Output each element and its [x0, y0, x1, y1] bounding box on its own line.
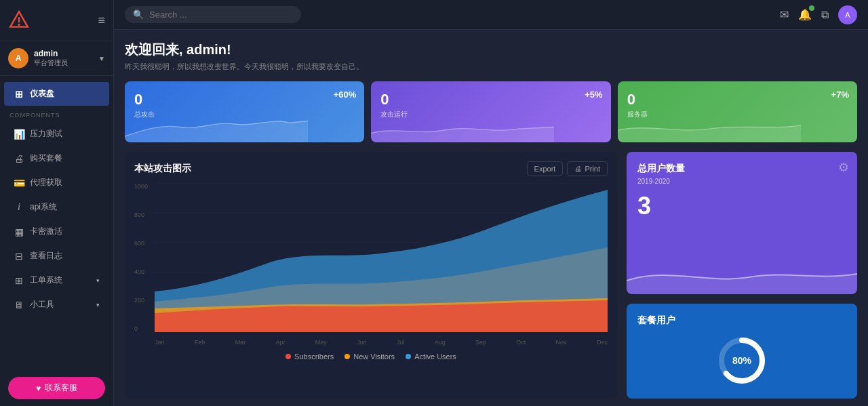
sidebar-item-label: 查看日志: [30, 250, 62, 262]
sidebar-item-proxy[interactable]: 💳 代理获取: [4, 171, 109, 195]
card-icon: ▦: [14, 226, 24, 237]
notification-badge: [809, 5, 814, 11]
sidebar-item-label: 小工具: [30, 299, 54, 310]
legend-dot-active-users: [406, 354, 411, 359]
svg-point-2: [18, 24, 20, 26]
sidebar: ≡ A admin 平台管理员 ▼ ⊞ 仪表盘 COMPONENTS 📊 压力测…: [0, 0, 114, 406]
stat-change: +60%: [334, 89, 357, 100]
user-count-wave: [627, 240, 857, 294]
print-button[interactable]: 🖨 Print: [567, 161, 608, 176]
stat-wave-chart: [371, 112, 554, 142]
plan-card-title: 套餐用户: [637, 314, 675, 327]
heart-icon: ♥: [36, 384, 41, 393]
content-area: 欢迎回来, admin! 昨天我很聪明，所以我想改变世界。今天我很聪明，所以我要…: [114, 30, 868, 406]
user-count-title: 总用户数量: [637, 163, 846, 175]
header: 🔍 ✉ 🔔 ⧉ A: [114, 0, 868, 30]
chevron-down-icon: ▾: [96, 302, 100, 308]
chevron-down-icon: ▾: [96, 277, 100, 284]
stat-card-total-attacks: 0 总攻击 +60%: [125, 81, 364, 142]
sidebar-item-label: 仪表盘: [30, 88, 54, 100]
stat-wave-chart: [125, 112, 308, 142]
stress-icon: 📊: [14, 129, 24, 140]
sidebar-item-api[interactable]: i api系统: [4, 195, 109, 219]
sidebar-logo: ≡: [0, 0, 113, 41]
sidebar-item-tickets[interactable]: ⊞ 工单系统 ▾: [4, 268, 109, 292]
tools-icon: 🖥: [14, 300, 24, 310]
legend-active-users: Active Users: [406, 352, 456, 361]
donut-chart: 80%: [715, 333, 769, 388]
menu-icon[interactable]: ≡: [98, 14, 105, 28]
tickets-icon: ⊞: [14, 275, 24, 286]
sidebar-item-label: 卡密激活: [30, 226, 62, 237]
chart-panel: 本站攻击图示 Export 🖨 Print 1000 800 600: [125, 152, 617, 399]
components-label: COMPONENTS: [0, 106, 113, 121]
stats-row: 0 总攻击 +60% 0 攻击运行 +5% 0 服务器: [125, 81, 857, 142]
gear-icon[interactable]: ⚙: [838, 160, 849, 175]
plan-card-content: 80%: [637, 333, 846, 388]
plan-card: 套餐用户 80%: [627, 304, 857, 399]
user-role: 平台管理员: [34, 58, 93, 68]
header-avatar[interactable]: A: [838, 5, 857, 24]
stat-wave-chart: [618, 112, 801, 142]
sidebar-nav: ⊞ 仪表盘 COMPONENTS 📊 压力测试 🖨 购买套餐 💳 代理获取 i …: [0, 76, 113, 370]
header-icons: ✉ 🔔 ⧉ A: [780, 5, 857, 24]
sidebar-item-label: 压力测试: [30, 128, 62, 140]
area-chart-svg: [155, 183, 608, 332]
search-icon: 🔍: [133, 9, 144, 20]
page-subtitle: 昨天我很聪明，所以我想改变世界。今天我很聪明，所以我要改变自己。: [125, 62, 857, 72]
sidebar-item-label: 购买套餐: [30, 153, 62, 164]
page-title: 欢迎回来, admin!: [125, 41, 857, 59]
packages-icon: 🖨: [14, 153, 24, 164]
legend-subscribers: Subscribers: [285, 352, 334, 361]
content-row: 本站攻击图示 Export 🖨 Print 1000 800 600: [125, 152, 857, 399]
sidebar-item-dashboard[interactable]: ⊞ 仪表盘: [4, 82, 109, 106]
x-axis-labels: Jan Feb Mar Apr May Jun Jul Aug Sep Oct …: [155, 339, 608, 346]
dashboard-icon: ⊞: [14, 89, 24, 100]
legend-dot-subscribers: [285, 354, 291, 359]
chart-actions: Export 🖨 Print: [527, 161, 608, 176]
sidebar-item-label: 工单系统: [30, 275, 62, 286]
bell-icon[interactable]: 🔔: [798, 8, 812, 21]
area-chart: 1000 800 600 400 200 0: [134, 183, 608, 346]
logs-icon: ⊟: [14, 251, 24, 262]
chart-header: 本站攻击图示 Export 🖨 Print: [134, 161, 608, 176]
proxy-icon: 💳: [14, 178, 24, 188]
donut-label: 80%: [732, 355, 751, 366]
search-input[interactable]: [149, 9, 293, 20]
main-area: 🔍 ✉ 🔔 ⧉ A 欢迎回来, admin! 昨天我很聪明，所以我想改变世界。今…: [114, 0, 868, 406]
avatar: A: [8, 48, 28, 68]
legend-dot-new-visitors: [344, 354, 350, 359]
user-count-subtitle: 2019-2020: [637, 178, 846, 185]
api-icon: i: [14, 202, 24, 213]
mail-icon[interactable]: ✉: [780, 8, 789, 21]
stat-card-servers: 0 服务器 +7%: [618, 81, 857, 142]
legend-new-visitors: New Visitors: [344, 352, 395, 361]
print-icon: 🖨: [574, 165, 582, 173]
right-panel: 总用户数量 2019-2020 3 ⚙ 套餐用户: [627, 152, 857, 399]
export-button[interactable]: Export: [527, 161, 564, 176]
sidebar-item-logs[interactable]: ⊟ 查看日志: [4, 244, 109, 268]
stat-number: 0: [627, 91, 848, 108]
logo-icon: [8, 9, 30, 31]
layers-icon[interactable]: ⧉: [821, 9, 829, 21]
stat-change: +5%: [585, 89, 602, 100]
y-axis-labels: 1000 800 600 400 200 0: [134, 183, 148, 332]
sidebar-item-card[interactable]: ▦ 卡密激活: [4, 220, 109, 243]
chart-svg-container: [155, 183, 608, 332]
chart-legend: Subscribers New Visitors Active Users: [134, 352, 608, 361]
sidebar-item-tools[interactable]: 🖥 小工具 ▾: [4, 293, 109, 317]
chart-title: 本站攻击图示: [134, 163, 191, 175]
user-count-number: 3: [637, 192, 846, 220]
sidebar-item-label: 代理获取: [30, 177, 62, 188]
stat-card-attacks-running: 0 攻击运行 +5%: [371, 81, 610, 142]
contact-button[interactable]: ♥ 联系客服: [8, 377, 105, 399]
stat-number: 0: [134, 91, 355, 108]
user-arrow-icon: ▼: [98, 55, 105, 62]
search-box[interactable]: 🔍: [125, 6, 301, 23]
sidebar-item-packages[interactable]: 🖨 购买套餐: [4, 146, 109, 170]
stat-number: 0: [380, 91, 601, 108]
sidebar-item-stress[interactable]: 📊 压力测试: [4, 122, 109, 146]
user-count-card: 总用户数量 2019-2020 3 ⚙: [627, 152, 857, 294]
user-info: admin 平台管理员: [34, 49, 93, 68]
user-name: admin: [34, 49, 93, 58]
